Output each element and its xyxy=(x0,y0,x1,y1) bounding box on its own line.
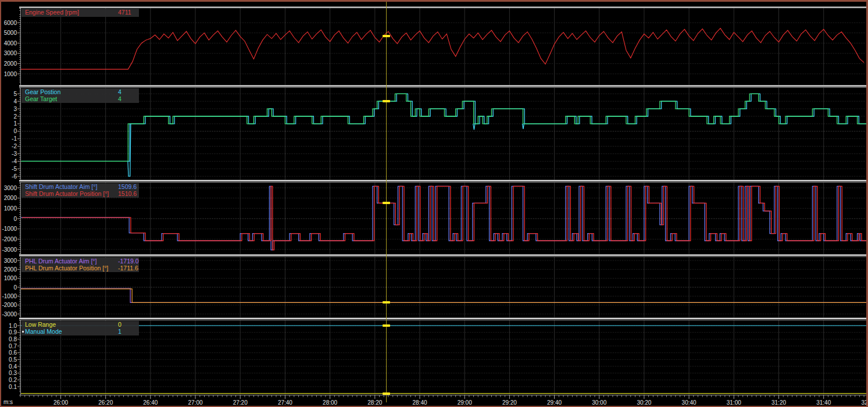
y-tick-label: 5000 xyxy=(4,30,17,36)
legend-gear: Gear Postion 4 Gear Target 4 xyxy=(22,88,139,103)
channel-label: Shift Drum Actuator Position [°] xyxy=(25,191,109,198)
channel-value: -1711.6 xyxy=(118,265,138,272)
chart-canvas[interactable]: 100020003000400050006000543210-1-2-3-4-5… xyxy=(0,0,868,407)
legend-switches: Low Range 0 Manual Mode 1 xyxy=(22,321,139,335)
y-tick-label: 1000 xyxy=(4,275,17,281)
channel-label: Engine Speed [rpm] xyxy=(25,9,79,16)
x-tick-label: 30:20 xyxy=(637,399,651,406)
panel-separator[interactable] xyxy=(19,85,866,88)
panel-gear xyxy=(20,88,868,180)
y-tick-label: 6000 xyxy=(4,20,17,26)
channel-value: 4711 xyxy=(118,9,131,16)
channel-label: Low Range xyxy=(25,322,56,329)
channel-value: 1510.6 xyxy=(118,191,137,198)
channel-label: PHL Drum Actuator Position [°] xyxy=(25,265,108,272)
y-tick-label: 4 xyxy=(13,98,17,105)
cursor-value-marker[interactable] xyxy=(383,100,390,102)
plot-area-switches[interactable] xyxy=(20,320,866,395)
y-tick-label: 0.3 xyxy=(9,370,17,376)
x-tick-label: 26:40 xyxy=(143,399,158,406)
y-tick-label: -4 xyxy=(12,158,17,165)
legend-row-gear-position[interactable]: Gear Postion 4 xyxy=(22,89,139,96)
y-tick-label: -2000 xyxy=(2,236,17,242)
y-tick-label: -5 xyxy=(12,166,17,172)
y-tick-label: 2000 xyxy=(4,195,17,201)
y-tick-label: 1.0 xyxy=(9,323,17,329)
y-tick-label: 0 xyxy=(13,128,17,134)
y-tick-label: -1000 xyxy=(2,226,17,232)
x-tick-label: 28:00 xyxy=(323,399,337,406)
y-tick-label: 2000 xyxy=(4,60,17,67)
time-axis-unit-label: m:s xyxy=(3,399,13,405)
legend-shift-drum: Shift Drum Actuator Aim [°] 1509.6 Shift… xyxy=(22,183,139,198)
cursor-value-marker[interactable] xyxy=(383,35,390,37)
y-tick-label: -6 xyxy=(12,173,17,180)
plot-area-engine-speed[interactable] xyxy=(20,8,866,85)
y-tick-label: -1000 xyxy=(2,293,17,299)
channel-value: 4 xyxy=(118,96,122,103)
x-tick-label: 31:20 xyxy=(771,399,786,406)
y-tick-label: 0 xyxy=(13,284,17,291)
y-tick-label: 3000 xyxy=(4,50,17,56)
x-tick-label: 28:40 xyxy=(412,399,427,406)
legend-phl-drum: PHL Drum Actuator Aim [°] -1719.0 PHL Dr… xyxy=(22,258,139,272)
legend-row-shift-aim[interactable]: Shift Drum Actuator Aim [°] 1509.6 xyxy=(22,184,139,191)
cursor-value-marker[interactable] xyxy=(383,202,390,204)
y-tick-label: -3000 xyxy=(2,247,17,253)
legend-row-shift-position[interactable]: Shift Drum Actuator Position [°] 1510.6 xyxy=(22,191,139,198)
legend-row-engine-speed[interactable]: Engine Speed [rpm] 4711 xyxy=(22,9,139,16)
channel-label: PHL Drum Actuator Aim [°] xyxy=(25,258,97,265)
channel-value: 1 xyxy=(118,329,122,335)
panel-separator[interactable] xyxy=(19,6,866,8)
panel-separator[interactable] xyxy=(19,180,866,183)
panel-separator[interactable] xyxy=(19,317,866,320)
x-tick-label: 26:00 xyxy=(53,399,68,406)
channel-value: 0 xyxy=(118,322,122,329)
window-border xyxy=(0,0,1,407)
channel-value: -1719.0 xyxy=(118,258,139,265)
x-tick-label: 29:20 xyxy=(502,399,517,406)
y-tick-label: -2 xyxy=(12,143,17,149)
y-tick-label: 3000 xyxy=(4,185,17,191)
channel-value: 4 xyxy=(118,89,122,96)
cursor-value-marker[interactable] xyxy=(383,392,390,395)
window-border xyxy=(0,0,868,2)
selected-channel-bullet-icon xyxy=(22,331,24,333)
y-tick-label: 0.4 xyxy=(9,363,17,370)
cursor-value-marker[interactable] xyxy=(383,301,390,304)
logger-window: 100020003000400050006000543210-1-2-3-4-5… xyxy=(0,0,868,407)
x-tick-label: 31:00 xyxy=(727,399,741,406)
x-tick-label: 29:40 xyxy=(547,399,562,406)
x-tick-label: 28:20 xyxy=(367,399,382,406)
y-tick-label: -2000 xyxy=(2,302,17,308)
cursor-value-marker[interactable] xyxy=(383,324,390,327)
channel-value: 1509.6 xyxy=(118,184,137,191)
legend-row-phl-position[interactable]: PHL Drum Actuator Position [°] -1711.6 xyxy=(22,265,139,272)
x-tick-label: 26:20 xyxy=(98,399,113,406)
y-tick-label: 2000 xyxy=(4,266,17,273)
y-tick-label: 0.5 xyxy=(9,356,17,363)
y-tick-label: 2 xyxy=(13,113,17,120)
x-tick-label: 27:40 xyxy=(278,399,292,406)
y-tick-label: 3000 xyxy=(4,258,17,264)
y-tick-label: 3 xyxy=(13,106,17,112)
x-tick-label: 31:40 xyxy=(816,399,831,406)
y-tick-label: 1000 xyxy=(4,71,17,77)
y-tick-label: 0.8 xyxy=(9,336,17,342)
panel-separator[interactable] xyxy=(19,254,866,257)
y-tick-label: 0.7 xyxy=(9,343,17,349)
y-tick-label: 0.9 xyxy=(9,329,17,335)
channel-label: Shift Drum Actuator Aim [°] xyxy=(25,184,97,191)
panel-shift-drum xyxy=(20,183,868,254)
legend-row-phl-aim[interactable]: PHL Drum Actuator Aim [°] -1719.0 xyxy=(22,258,139,265)
y-tick-label: -3 xyxy=(12,151,17,157)
y-tick-label: 0.2 xyxy=(9,377,17,383)
legend-engine-speed: Engine Speed [rpm] 4711 xyxy=(22,9,139,17)
x-tick-label: 27:20 xyxy=(233,399,248,406)
legend-row-manual-mode[interactable]: Manual Mode 1 xyxy=(22,329,139,335)
legend-row-low-range[interactable]: Low Range 0 xyxy=(22,322,139,329)
y-tick-label: 4000 xyxy=(4,40,17,47)
legend-row-gear-target[interactable]: Gear Target 4 xyxy=(22,96,139,103)
y-tick-label: 0.6 xyxy=(9,349,17,356)
channel-label: Gear Target xyxy=(25,96,57,103)
